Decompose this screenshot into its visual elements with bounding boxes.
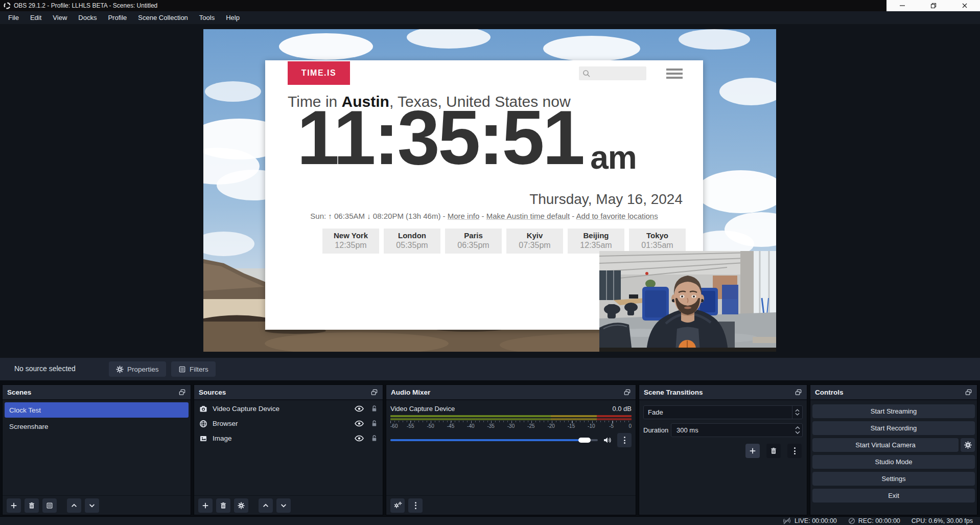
kebab-icon — [794, 447, 796, 454]
transition-select[interactable]: Fade — [643, 405, 803, 419]
menu-docks[interactable]: Docks — [73, 11, 102, 24]
scene-item-clock-test[interactable]: Clock Test — [5, 402, 189, 418]
city-tokyo[interactable]: Tokyo01:35am — [629, 229, 686, 254]
clock-meridiem: am — [590, 141, 637, 174]
menu-help[interactable]: Help — [220, 11, 245, 24]
volume-slider[interactable] — [390, 439, 598, 441]
start-recording-button[interactable]: Start Recording — [812, 421, 975, 435]
timeis-logo[interactable]: TIME.IS — [288, 61, 350, 85]
volume-slider-handle[interactable] — [578, 438, 591, 443]
advanced-audio-button[interactable] — [390, 498, 405, 513]
meter-scale: -60 -55 -50 -45 -40 -35 -30 -25 -20 -15 … — [390, 421, 632, 429]
spin-down-icon[interactable] — [795, 431, 800, 434]
title-bar[interactable]: OBS 29.1.2 - Profile: LLHLS BETA - Scene… — [0, 0, 980, 11]
lock-icon[interactable] — [371, 405, 378, 413]
chevron-down-icon — [88, 502, 96, 509]
add-source-button[interactable] — [198, 498, 213, 513]
start-streaming-button[interactable]: Start Streaming — [812, 404, 975, 418]
close-button[interactable] — [949, 0, 980, 11]
city-kyiv[interactable]: Kyiv07:35pm — [506, 229, 563, 254]
search-input[interactable] — [579, 66, 646, 80]
webcam-overlay-source — [599, 251, 776, 352]
mixer-channel-name: Video Capture Device — [390, 405, 455, 413]
source-context-bar: No source selected Properties Filters — [0, 358, 980, 380]
remove-scene-button[interactable] — [25, 498, 39, 513]
add-favorite-link[interactable]: Add to favorite locations — [576, 212, 658, 220]
kebab-icon — [624, 437, 625, 444]
plus-icon — [749, 447, 756, 454]
add-transition-button[interactable] — [745, 444, 760, 458]
scene-move-up-button[interactable] — [67, 498, 81, 513]
popout-icon[interactable] — [178, 389, 186, 396]
virtual-camera-config-button[interactable] — [961, 438, 975, 452]
filter-icon — [46, 502, 53, 509]
rec-status: REC: 00:00:00 — [848, 517, 900, 524]
clock-display: 11:35:51 am — [297, 99, 637, 176]
status-bar: LIVE: 00:00:00 REC: 00:00:00 CPU: 0.6%, … — [0, 516, 980, 525]
source-item-image[interactable]: Image — [194, 431, 383, 446]
properties-button[interactable]: Properties — [109, 361, 166, 377]
start-virtual-camera-button[interactable]: Start Virtual Camera — [812, 438, 959, 452]
remove-source-button[interactable] — [216, 498, 230, 513]
remove-transition-button[interactable] — [766, 444, 781, 458]
settings-button[interactable]: Settings — [812, 472, 975, 486]
scenes-dock: Scenes Clock Test Screenshare — [2, 384, 191, 515]
lock-icon[interactable] — [371, 435, 378, 442]
popout-icon[interactable] — [623, 389, 631, 396]
mixer-channel-menu-button[interactable] — [617, 433, 632, 447]
city-paris[interactable]: Paris06:35pm — [445, 229, 502, 254]
program-canvas[interactable]: TIME.IS Time in Austin, Texas, United St… — [203, 29, 776, 352]
duration-spinbox[interactable]: 300 ms — [671, 423, 803, 437]
source-properties-button[interactable] — [234, 498, 248, 513]
city-beijing[interactable]: Beijing12:35am — [568, 229, 624, 254]
source-item-video-capture[interactable]: Video Capture Device — [194, 401, 383, 416]
city-new-york[interactable]: New York12:35pm — [322, 229, 379, 254]
scene-filters-button[interactable] — [42, 498, 57, 513]
preview-area: TIME.IS Time in Austin, Texas, United St… — [0, 24, 980, 358]
popout-icon[interactable] — [795, 389, 802, 396]
scene-move-down-button[interactable] — [85, 498, 99, 513]
make-default-link[interactable]: Make Austin time default — [486, 212, 570, 220]
menu-icon[interactable] — [666, 69, 683, 79]
filters-button[interactable]: Filters — [171, 361, 216, 377]
gear-icon — [964, 441, 972, 449]
exit-button[interactable]: Exit — [812, 489, 975, 503]
more-info-link[interactable]: More info — [448, 212, 480, 220]
lock-icon[interactable] — [371, 420, 378, 427]
menu-tools[interactable]: Tools — [194, 11, 220, 24]
source-status-text: No source selected — [14, 364, 76, 373]
city-london[interactable]: London05:35pm — [384, 229, 440, 254]
source-move-down-button[interactable] — [276, 498, 291, 513]
chevron-up-icon — [71, 502, 78, 509]
menu-scene-collection[interactable]: Scene Collection — [132, 11, 194, 24]
visibility-eye-icon[interactable] — [355, 420, 364, 427]
chevron-up-icon — [262, 502, 269, 509]
popout-icon[interactable] — [965, 389, 972, 396]
visibility-eye-icon[interactable] — [355, 435, 364, 442]
search-icon — [582, 70, 591, 78]
source-item-browser[interactable]: Browser — [194, 416, 383, 431]
menu-view[interactable]: View — [47, 11, 73, 24]
menu-edit[interactable]: Edit — [25, 11, 47, 24]
studio-mode-button[interactable]: Studio Mode — [812, 455, 975, 469]
visibility-eye-icon[interactable] — [355, 405, 364, 412]
volume-meter — [390, 418, 632, 420]
add-scene-button[interactable] — [7, 498, 21, 513]
mixer-menu-button[interactable] — [408, 498, 423, 513]
scene-item-screenshare[interactable]: Screenshare — [5, 419, 189, 434]
popout-icon[interactable] — [370, 389, 378, 396]
obs-window: OBS 29.1.2 - Profile: LLHLS BETA - Scene… — [0, 0, 980, 525]
sources-title: Sources — [199, 389, 226, 396]
source-move-up-button[interactable] — [259, 498, 273, 513]
image-icon — [199, 435, 207, 443]
spin-up-icon[interactable] — [795, 426, 800, 429]
menu-profile[interactable]: Profile — [102, 11, 132, 24]
restore-button[interactable] — [918, 0, 949, 11]
minimize-button[interactable] — [886, 0, 918, 11]
sources-dock: Sources Video Capture Device Browser Ima… — [194, 384, 383, 515]
transition-menu-button[interactable] — [787, 444, 802, 458]
menu-file[interactable]: File — [3, 11, 25, 24]
trash-icon — [770, 447, 777, 454]
speaker-icon[interactable] — [603, 436, 612, 444]
scene-transitions-dock: Scene Transitions Fade Duration 300 ms — [639, 384, 807, 515]
